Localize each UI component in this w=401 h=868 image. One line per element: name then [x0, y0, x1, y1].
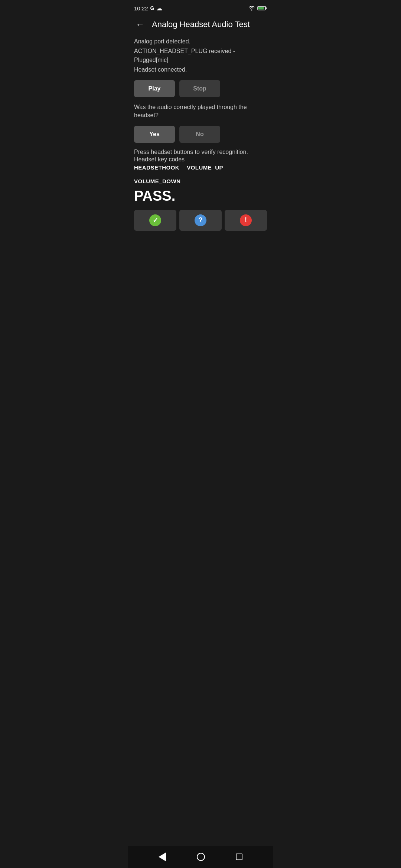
status-messages: Analog port detected. ACTION_HEADSET_PLU… [134, 37, 267, 74]
cloud-icon: ☁ [156, 5, 162, 12]
yes-no-row: Yes No [134, 126, 267, 143]
yes-button[interactable]: Yes [134, 126, 175, 143]
back-button[interactable]: ← [134, 18, 146, 31]
exclaim-icon: ! [240, 214, 252, 226]
app-bar: ← Analog Headset Audio Test [128, 15, 273, 36]
google-icon: G [150, 5, 154, 11]
status-message-3: Headset connected. [134, 65, 267, 74]
status-bar: 10:22 G ☁ [128, 0, 273, 15]
headset-info-section: Press headset buttons to verify recognit… [134, 149, 267, 184]
status-left: 10:22 G ☁ [134, 5, 162, 12]
svg-rect-1 [265, 7, 267, 9]
battery-icon [257, 6, 267, 11]
key-code-vol-up: VOLUME_UP [187, 164, 223, 171]
pass-text: PASS. [134, 188, 267, 204]
headset-instruction: Press headset buttons to verify recognit… [134, 149, 267, 155]
play-button[interactable]: Play [134, 80, 175, 97]
pass-action-button[interactable]: ✓ [134, 210, 176, 231]
main-content: Analog port detected. ACTION_HEADSET_PLU… [128, 36, 273, 231]
status-time: 10:22 [134, 5, 148, 11]
check-icon: ✓ [149, 214, 161, 226]
status-message-1: Analog port detected. [134, 37, 267, 46]
key-code-vol-down: VOLUME_DOWN [134, 178, 181, 184]
key-codes-row: HEADSETHOOK VOLUME_UP VOLUME_DOWN [134, 164, 267, 184]
unknown-action-button[interactable]: ? [179, 210, 222, 231]
question-icon: ? [195, 214, 206, 226]
svg-rect-2 [258, 7, 264, 10]
key-codes-label: Headset key codes [134, 156, 267, 163]
status-right [248, 6, 267, 11]
fail-action-button[interactable]: ! [225, 210, 267, 231]
play-stop-row: Play Stop [134, 80, 267, 97]
wifi-icon [248, 6, 255, 11]
page-title: Analog Headset Audio Test [152, 20, 250, 29]
audio-question: Was the audio correctly played through t… [134, 103, 267, 120]
action-buttons: ✓ ? ! [134, 210, 267, 231]
status-message-2: ACTION_HEADSET_PLUG received -Plugged[mi… [134, 47, 267, 65]
stop-button[interactable]: Stop [179, 80, 220, 97]
key-code-hook: HEADSETHOOK [134, 164, 179, 171]
no-button[interactable]: No [179, 126, 220, 143]
